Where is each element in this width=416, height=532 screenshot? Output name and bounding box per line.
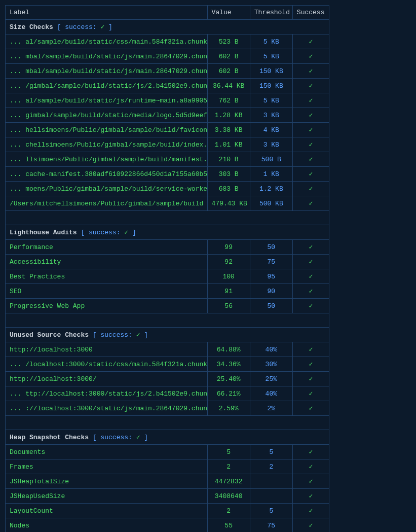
table-row: ... /localhost:3000/static/css/main.584f…: [6, 357, 329, 372]
section-header: Unused Source Checks [ success: ✓ ]: [6, 328, 329, 342]
table-row: Accessibility9275✓: [6, 255, 329, 269]
row-label: http://localhost:3000: [6, 342, 208, 357]
row-threshold: 150 KB: [250, 79, 292, 93]
row-threshold: 75: [250, 518, 292, 533]
row-threshold: 3 KB: [250, 137, 292, 152]
table-row: ... hellsimoens/Public/gimbal/sample/bui…: [6, 123, 329, 137]
section-title: Heap Snapshot Checks: [10, 434, 93, 441]
row-value: 3.38 KB: [207, 123, 250, 137]
table-row: Nodes5575✓: [6, 518, 329, 533]
section-status-prefix: [ success:: [81, 229, 124, 236]
row-value: 91: [207, 284, 250, 299]
table-row: ... cache-manifest.380adf610922866d450d1…: [6, 167, 329, 182]
check-icon: ✓: [124, 229, 128, 236]
row-label: Nodes: [6, 518, 208, 533]
row-label: Performance: [6, 240, 208, 255]
row-label: Progressive Web App: [6, 299, 208, 313]
spacer-cell: [6, 416, 329, 430]
section-title: Size Checks: [10, 23, 57, 31]
table-row: LayoutCount25✓: [6, 504, 329, 518]
section-status-suffix: ]: [140, 434, 148, 441]
row-label-text: /Users/mitchellsimoens/Public/gimbal/sam…: [10, 200, 203, 207]
row-value: 602 B: [207, 64, 250, 79]
table-row: ... ://localhost:3000/static/js/main.286…: [6, 401, 329, 416]
table-row: ... mbal/sample/build/static/js/main.286…: [6, 64, 329, 79]
row-label-text: ://localhost:3000/static/js/main.2864702…: [25, 405, 207, 412]
row-label: ... moens/Public/gimbal/sample/build/ser…: [6, 182, 208, 196]
row-label: Frames: [6, 459, 208, 474]
row-success: ✓: [292, 34, 329, 49]
row-label-text: hellsimoens/Public/gimbal/sample/build/f…: [25, 126, 207, 134]
row-label-text: /localhost:3000/static/css/main.584f321a…: [25, 361, 207, 368]
row-threshold: 5 KB: [250, 34, 292, 49]
section-status-suffix: ]: [104, 23, 112, 31]
row-label: ... hellsimoens/Public/gimbal/sample/bui…: [6, 123, 208, 137]
row-threshold: [250, 489, 292, 504]
row-threshold: 5: [250, 445, 292, 459]
row-label-text: Frames: [10, 463, 33, 471]
row-success: ✓: [292, 489, 329, 504]
row-success: ✓: [292, 123, 329, 137]
ellipsis-icon: ...: [10, 141, 25, 149]
spacer-row: [6, 211, 329, 225]
row-success: ✓: [292, 342, 329, 357]
header-threshold: Threshold: [250, 6, 292, 20]
table-row: http://localhost:300064.88%40%✓: [6, 342, 329, 357]
row-success: ✓: [292, 401, 329, 416]
spacer-cell: [6, 211, 329, 225]
row-threshold: 5 KB: [250, 49, 292, 64]
row-label-text: LayoutCount: [10, 507, 53, 515]
table-row: ... chellsimoens/Public/gimbal/sample/bu…: [6, 137, 329, 152]
row-success: ✓: [292, 299, 329, 313]
row-success: ✓: [292, 445, 329, 459]
row-label: Best Practices: [6, 269, 208, 284]
row-value: 683 B: [207, 182, 250, 196]
table-row: Frames22✓: [6, 459, 329, 474]
header-success: Success: [292, 6, 329, 20]
table-row: ... mbal/sample/build/static/js/main.286…: [6, 49, 329, 64]
row-label-text: al/sample/build/static/css/main.584f321a…: [25, 38, 207, 46]
row-threshold: 5: [250, 504, 292, 518]
row-value: 2.59%: [207, 401, 250, 416]
header-value: Value: [207, 6, 250, 20]
row-success: ✓: [292, 167, 329, 182]
row-value: 34.36%: [207, 357, 250, 372]
row-label: JSHeapTotalSize: [6, 474, 208, 489]
table-row: SEO9190✓: [6, 284, 329, 299]
spacer-row: [6, 313, 329, 328]
table-row: ... al/sample/build/static/js/runtime~ma…: [6, 93, 329, 108]
section-header-row: Lighthouse Audits [ success: ✓ ]: [6, 225, 329, 240]
row-value: 762 B: [207, 93, 250, 108]
row-threshold: 2%: [250, 401, 292, 416]
row-label-text: Documents: [10, 448, 45, 456]
ellipsis-icon: ...: [10, 361, 25, 368]
ellipsis-icon: ...: [10, 170, 25, 178]
row-label: ... /gimbal/sample/build/static/js/2.b41…: [6, 79, 208, 93]
row-label-text: mbal/sample/build/static/js/main.2864702…: [25, 67, 207, 75]
row-threshold: 30%: [250, 357, 292, 372]
ellipsis-icon: ...: [10, 126, 25, 134]
row-threshold: 500 B: [250, 152, 292, 167]
row-value: 3408640: [207, 489, 250, 504]
row-value: 56: [207, 299, 250, 313]
row-threshold: 5 KB: [250, 93, 292, 108]
table-row: ... moens/Public/gimbal/sample/build/ser…: [6, 182, 329, 196]
row-label-text: JSHeapUsedSize: [10, 492, 65, 500]
table-row: ... ttp://localhost:3000/static/js/2.b41…: [6, 386, 329, 401]
row-success: ✓: [292, 182, 329, 196]
table-row: Documents55✓: [6, 445, 329, 459]
row-threshold: [250, 474, 292, 489]
row-success: ✓: [292, 64, 329, 79]
ellipsis-icon: ...: [10, 390, 25, 398]
row-label: /Users/mitchellsimoens/Public/gimbal/sam…: [6, 196, 208, 211]
row-threshold: 4 KB: [250, 123, 292, 137]
row-threshold: 150 KB: [250, 64, 292, 79]
table-row: ... al/sample/build/static/css/main.584f…: [6, 34, 329, 49]
ellipsis-icon: ...: [10, 112, 25, 119]
row-value: 2: [207, 504, 250, 518]
row-threshold: 50: [250, 240, 292, 255]
spacer-row: [6, 416, 329, 430]
section-title: Unused Source Checks: [10, 331, 93, 339]
row-label: ... ://localhost:3000/static/js/main.286…: [6, 401, 208, 416]
section-status-suffix: ]: [140, 331, 148, 339]
